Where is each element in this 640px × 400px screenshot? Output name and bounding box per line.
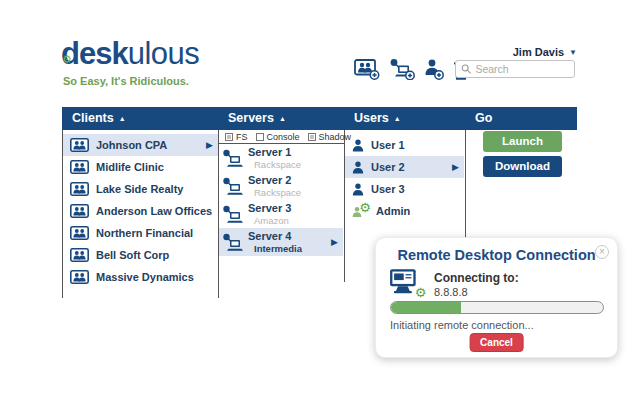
sort-asc-icon: ▲ bbox=[394, 115, 401, 122]
server-provider: Amazon bbox=[248, 215, 291, 226]
filter-fs[interactable]: FS bbox=[225, 132, 248, 142]
table-header: Clients▲ Servers▲ Users▲ Go bbox=[62, 107, 577, 130]
gear-icon: ⚙ bbox=[359, 200, 371, 215]
sort-asc-icon: ▲ bbox=[119, 115, 126, 122]
user-row[interactable]: User 1 ▶ bbox=[345, 134, 464, 156]
user-row[interactable]: User 2 ▶ bbox=[345, 156, 464, 178]
connecting-address: 8.8.8.8 bbox=[434, 286, 468, 298]
client-row[interactable]: Massive Dynamics ▶ bbox=[63, 266, 218, 288]
app-window: deskulous ⚙ So Easy, It's Ridiculous. Ji… bbox=[0, 0, 640, 400]
column-header-servers[interactable]: Servers▲ bbox=[218, 107, 344, 130]
clients-icon bbox=[70, 182, 89, 196]
progress-fill bbox=[391, 302, 461, 313]
server-icon bbox=[222, 149, 244, 168]
clients-icon bbox=[70, 160, 89, 174]
column-header-users[interactable]: Users▲ bbox=[344, 107, 465, 130]
server-icon bbox=[222, 205, 244, 224]
user-icon bbox=[352, 139, 364, 152]
client-row[interactable]: Anderson Law Offices ▶ bbox=[63, 200, 218, 222]
client-row[interactable]: Lake Side Realty ▶ bbox=[63, 178, 218, 200]
user-row-admin[interactable]: ⚙ Admin ▶ bbox=[345, 200, 464, 222]
sort-asc-icon: ▲ bbox=[279, 115, 286, 122]
clients-icon bbox=[70, 248, 89, 262]
chevron-down-icon: ▼ bbox=[569, 48, 577, 57]
close-icon: × bbox=[599, 246, 605, 257]
gear-badge-icon: ⚙ bbox=[413, 285, 428, 300]
admin-icon: ⚙ bbox=[352, 204, 369, 219]
launch-button[interactable]: Launch bbox=[483, 131, 562, 152]
server-icon bbox=[222, 233, 244, 252]
server-row[interactable]: Server 1Rackspace ▶ bbox=[219, 144, 343, 172]
search-input[interactable] bbox=[475, 63, 569, 75]
client-row[interactable]: Bell Soft Corp ▶ bbox=[63, 244, 218, 266]
logo-text-bold: desk bbox=[61, 36, 128, 71]
status-text: Initiating remote connection... bbox=[390, 319, 534, 331]
server-filters: FS Console Shadow bbox=[219, 130, 344, 144]
cancel-button[interactable]: Cancel bbox=[469, 333, 524, 352]
user-row[interactable]: User 3 ▶ bbox=[345, 178, 464, 200]
chevron-right-icon: ▶ bbox=[331, 237, 338, 247]
add-client-icon bbox=[354, 59, 380, 80]
client-row[interactable]: Midlife Clinic ▶ bbox=[63, 156, 218, 178]
modal-title: Remote Desktop Connection bbox=[376, 247, 617, 263]
client-row[interactable]: Johnson CPA ▶ bbox=[63, 134, 218, 156]
chevron-right-icon: ▶ bbox=[452, 162, 459, 172]
add-user-button[interactable] bbox=[424, 59, 444, 84]
column-divider bbox=[465, 130, 466, 237]
server-row[interactable]: Server 3Amazon ▶ bbox=[219, 200, 343, 228]
modal-close-button[interactable]: × bbox=[595, 245, 609, 259]
download-button[interactable]: Download bbox=[483, 156, 562, 177]
clients-list: Johnson CPA ▶ Midlife Clinic ▶ Lake Side… bbox=[63, 134, 218, 288]
logo-text-light: ulous bbox=[128, 36, 200, 71]
user-name: Jim Davis bbox=[513, 46, 564, 58]
clients-icon bbox=[70, 138, 89, 152]
connecting-label: Connecting to: bbox=[434, 271, 519, 285]
client-row[interactable]: Northern Financial ▶ bbox=[63, 222, 218, 244]
server-provider: Rackspace bbox=[248, 159, 301, 170]
column-header-clients[interactable]: Clients▲ bbox=[62, 107, 218, 130]
server-provider: Intermedia bbox=[248, 243, 302, 254]
clients-icon bbox=[70, 226, 89, 240]
add-server-icon bbox=[389, 58, 415, 80]
search-icon bbox=[461, 63, 471, 75]
server-row[interactable]: Server 2Rackspace ▶ bbox=[219, 172, 343, 200]
logo: deskulous ⚙ bbox=[61, 38, 199, 69]
filter-console[interactable]: Console bbox=[256, 132, 300, 142]
server-icon bbox=[222, 177, 244, 196]
add-server-button[interactable] bbox=[389, 58, 415, 84]
search-box bbox=[455, 60, 575, 78]
checkbox[interactable] bbox=[256, 133, 264, 141]
clients-icon bbox=[70, 204, 89, 218]
remote-desktop-modal: × Remote Desktop Connection ⚙ Connecting… bbox=[375, 237, 618, 358]
tagline: So Easy, It's Ridiculous. bbox=[63, 75, 189, 87]
user-icon bbox=[352, 183, 364, 196]
server-provider: Rackspace bbox=[248, 187, 301, 198]
add-user-icon bbox=[424, 59, 444, 80]
checkbox[interactable] bbox=[308, 133, 316, 141]
user-menu[interactable]: Jim Davis ▼ bbox=[513, 46, 577, 58]
checkbox[interactable] bbox=[225, 133, 233, 141]
user-icon bbox=[352, 161, 364, 174]
clients-icon bbox=[70, 270, 89, 284]
users-list: User 1 ▶ User 2 ▶ User 3 ▶ ⚙ Admin ▶ bbox=[345, 134, 464, 222]
add-client-button[interactable] bbox=[354, 59, 380, 84]
column-header-go: Go bbox=[465, 107, 577, 130]
toolbar bbox=[354, 58, 469, 84]
remote-computer-icon: ⚙ bbox=[389, 268, 425, 298]
chevron-right-icon: ▶ bbox=[206, 140, 213, 150]
server-row[interactable]: Server 4Intermedia ▶ bbox=[219, 228, 343, 256]
progress-bar bbox=[390, 301, 604, 314]
servers-list: Server 1Rackspace ▶ Server 2Rackspace ▶ … bbox=[219, 144, 343, 256]
